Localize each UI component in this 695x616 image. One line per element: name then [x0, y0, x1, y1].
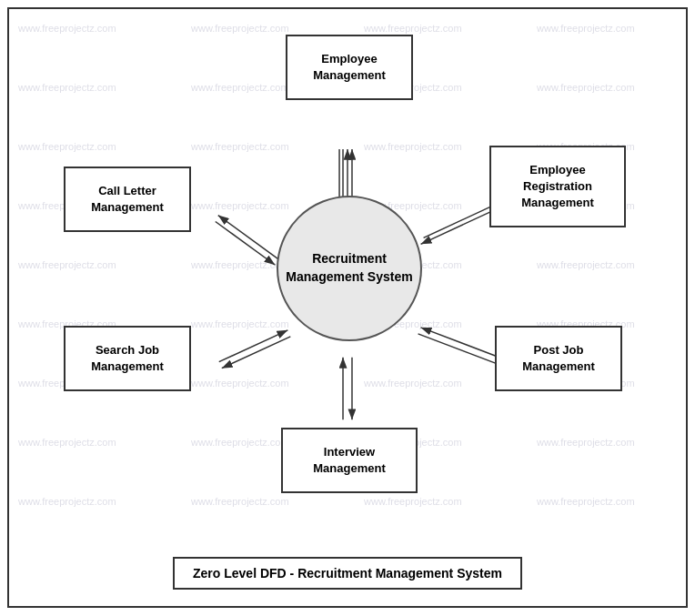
search-job-box: Search JobManagement	[64, 326, 191, 391]
post-job-box: Post JobManagement	[495, 326, 622, 391]
employee-management-label: EmployeeManagement	[313, 51, 385, 84]
svg-line-10	[219, 330, 288, 362]
interview-management-label: InterviewManagement	[313, 444, 385, 477]
interview-management-box: InterviewManagement	[281, 428, 418, 493]
employee-management-box: EmployeeManagement	[286, 35, 413, 100]
svg-line-8	[216, 222, 276, 266]
call-letter-label: Call LetterManagement	[91, 183, 163, 216]
post-job-label: Post JobManagement	[522, 342, 594, 375]
diagram-container: www.freeprojectz.com www.freeprojectz.co…	[7, 7, 688, 608]
svg-line-11	[222, 337, 291, 369]
center-label: Recruitment Management System	[278, 250, 420, 286]
employee-registration-box: EmployeeRegistrationManagement	[489, 146, 626, 227]
diagram-title: Zero Level DFD - Recruitment Management …	[173, 557, 522, 590]
call-letter-box: Call LetterManagement	[64, 167, 191, 232]
employee-registration-label: EmployeeRegistrationManagement	[521, 162, 593, 212]
center-circle: Recruitment Management System	[277, 196, 422, 341]
search-job-label: Search JobManagement	[91, 342, 163, 375]
svg-line-9	[218, 216, 278, 259]
